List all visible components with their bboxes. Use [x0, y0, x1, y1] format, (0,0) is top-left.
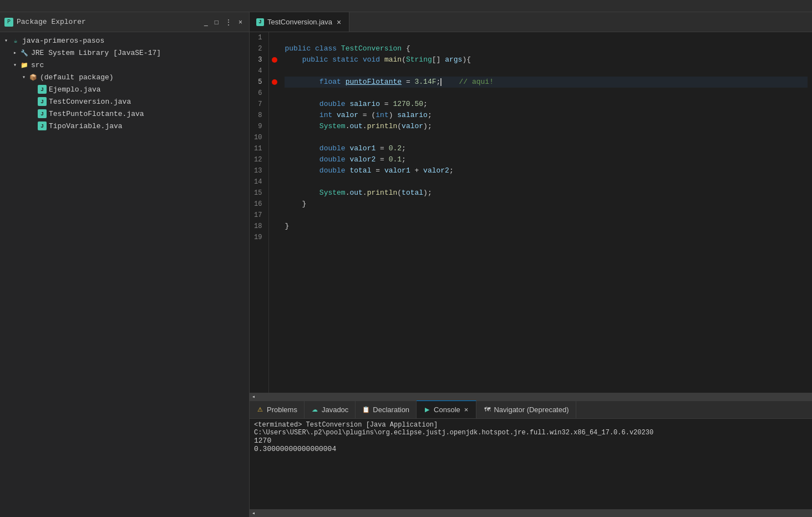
line-num-16: 16 [254, 199, 262, 210]
tab-problems[interactable]: ⚠ Problems [250, 401, 304, 418]
sidebar-minimize-button[interactable]: _ [202, 17, 210, 27]
tab-console[interactable]: ▶ Console × [417, 401, 476, 418]
line-num-6: 6 [254, 88, 262, 99]
line-num-8: 8 [254, 110, 262, 121]
sidebar-title-text: Package Explorer [17, 18, 86, 26]
line-num-11: 11 [254, 143, 262, 154]
src-icon: 📁 [20, 60, 29, 69]
bp-5 [269, 77, 280, 88]
bp-17 [269, 210, 280, 221]
top-bar [0, 0, 812, 12]
line-num-7: 7 [254, 99, 262, 110]
tipovariable-java-icon: J [38, 121, 47, 130]
line-num-17: 17 [254, 210, 262, 221]
code-with-breakpoints: public class TestConversion { public sta… [269, 32, 812, 393]
tab-close-button[interactable]: × [336, 18, 342, 26]
bp-12 [269, 154, 280, 165]
bottom-panel: ⚠ Problems ☁ Javadoc 📋 Declaration ▶ Con… [250, 401, 812, 517]
tree-item-src[interactable]: ▾ 📁 src [0, 59, 249, 71]
console-scroll-arrow[interactable]: ◂ [252, 510, 255, 516]
code-line-16: } [285, 199, 808, 210]
tree-label-jre: JRE System Library [JavaSE-17] [31, 49, 161, 57]
line-num-1: 1 [254, 32, 262, 43]
console-scroll-bar[interactable]: ◂ [250, 509, 812, 517]
line-num-14: 14 [254, 176, 262, 187]
line-num-10: 10 [254, 132, 262, 143]
tree-item-project[interactable]: ▾ ☕ java-primeros-pasos [0, 34, 249, 47]
line-num-2: 2 [254, 43, 262, 54]
tree-item-jre[interactable]: ▸ 🔧 JRE System Library [JavaSE-17] [0, 47, 249, 59]
bp-8 [269, 110, 280, 121]
bp-14 [269, 176, 280, 187]
code-editor[interactable]: 1 2 3 4 5 6 7 8 9 10 11 12 13 14 15 16 1… [250, 32, 812, 393]
chevron-src: ▾ [11, 61, 19, 69]
code-line-10 [285, 132, 808, 143]
tab-navigator[interactable]: 🗺 Navigator (Deprecated) [476, 401, 576, 418]
bp-2 [269, 43, 280, 54]
tree-item-testconversion[interactable]: ▸ J TestConversion.java [0, 95, 249, 108]
testconversion-java-icon: J [38, 97, 47, 106]
bp-15 [269, 187, 280, 199]
bottom-tab-bar: ⚠ Problems ☁ Javadoc 📋 Declaration ▶ Con… [250, 401, 812, 419]
line-num-19: 19 [254, 232, 262, 243]
line-numbers: 1 2 3 4 5 6 7 8 9 10 11 12 13 14 15 16 1… [250, 32, 269, 393]
code-line-19 [285, 232, 808, 243]
code-line-12: double valor2 = 0.1; [285, 154, 808, 165]
tree-item-default-package[interactable]: ▾ 📦 (default package) [0, 71, 249, 83]
main-layout: P Package Explorer _ □ ⋮ × ▾ ☕ java-prim… [0, 12, 812, 517]
sidebar-header: P Package Explorer _ □ ⋮ × [0, 12, 249, 32]
problems-icon: ⚠ [256, 406, 264, 413]
console-output-1270: 1270 [254, 437, 808, 445]
sidebar-menu-button[interactable]: ⋮ [223, 17, 234, 27]
line-num-15: 15 [254, 187, 262, 199]
declaration-icon: 📋 [362, 406, 370, 413]
chevron-project: ▾ [2, 37, 10, 44]
tree-item-tipovariable[interactable]: ▸ J TipoVariable.java [0, 120, 249, 132]
code-content[interactable]: public class TestConversion { public sta… [280, 32, 812, 393]
sidebar-title: P Package Explorer [4, 18, 86, 27]
editor-area: J TestConversion.java × 1 2 3 4 5 6 7 8 … [250, 12, 812, 517]
scroll-left-arrow[interactable]: ◂ [252, 393, 255, 400]
bp-18 [269, 221, 280, 232]
jre-icon: 🔧 [20, 48, 29, 57]
code-line-8: int valor = (int) salario; [285, 110, 808, 121]
sidebar-controls: _ □ ⋮ × [202, 17, 245, 27]
code-line-1 [285, 32, 808, 43]
code-line-15: System.out.println(total); [285, 187, 808, 199]
chevron-package: ▾ [20, 73, 28, 81]
tab-javadoc[interactable]: ☁ Javadoc [304, 401, 356, 418]
console-output-float: 0.30000000000000004 [254, 445, 808, 453]
breakpoint-gutter [269, 32, 280, 393]
tab-navigator-label: Navigator (Deprecated) [494, 406, 569, 414]
file-tree: ▾ ☕ java-primeros-pasos ▸ 🔧 JRE System L… [0, 32, 249, 517]
bp-1 [269, 32, 280, 43]
breakpoint-5 [272, 79, 277, 85]
console-close-button[interactable]: × [463, 406, 470, 414]
sidebar-maximize-button[interactable]: □ [212, 17, 221, 27]
code-line-9: System.out.println(valor); [285, 121, 808, 132]
tree-item-ejemplo[interactable]: ▸ J Ejemplo.java [0, 83, 249, 95]
bp-7 [269, 99, 280, 110]
sidebar: P Package Explorer _ □ ⋮ × ▾ ☕ java-prim… [0, 12, 250, 517]
line-num-3: 3 [254, 54, 262, 65]
editor-scroll-bar[interactable]: ◂ [250, 393, 812, 401]
tab-problems-label: Problems [267, 406, 297, 414]
tree-label-package: (default package) [40, 73, 114, 82]
tab-declaration[interactable]: 📋 Declaration [356, 401, 417, 418]
sidebar-close-button[interactable]: × [236, 17, 245, 27]
code-line-7: double salario = 1270.50; [285, 99, 808, 110]
tree-label-testpunto: TestPuntoFlotante.java [49, 110, 144, 118]
console-icon: ▶ [423, 406, 431, 414]
package-explorer-icon: P [4, 18, 13, 27]
code-line-13: double total = valor1 + valor2; [285, 165, 808, 176]
testpunto-java-icon: J [38, 109, 47, 118]
tree-item-testpunto[interactable]: ▸ J TestPuntoFlotante.java [0, 108, 249, 120]
tree-label-src: src [31, 61, 44, 69]
chevron-jre: ▸ [11, 49, 19, 57]
code-line-4 [285, 65, 808, 77]
bp-10 [269, 132, 280, 143]
project-icon: ☕ [11, 36, 20, 45]
console-terminated-line: <terminated> TestConversion [Java Applic… [254, 421, 808, 437]
editor-tab-testconversion[interactable]: J TestConversion.java × [250, 12, 349, 32]
bp-4 [269, 65, 280, 77]
